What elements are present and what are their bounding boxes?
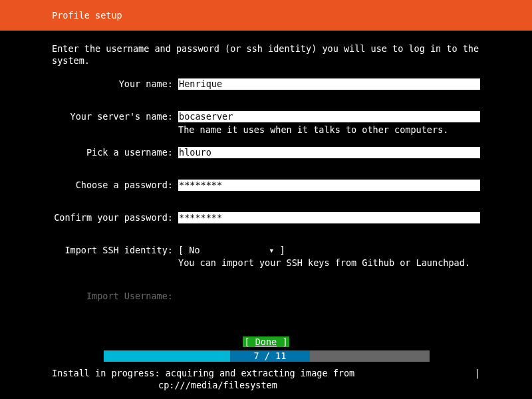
status-line2: cp:///media/filesystem [52, 379, 480, 391]
spinner-icon: | [475, 367, 480, 379]
header-bar: Profile setup [0, 0, 532, 31]
dropdown-ssh[interactable]: [ No ▾ ] [178, 245, 285, 255]
status-line1: Install in progress: acquiring and extra… [52, 367, 475, 379]
progress-text: 7 / 11 [230, 350, 310, 362]
label-your-name: Your name: [52, 78, 178, 90]
input-confirm[interactable] [178, 212, 480, 223]
label-server-name: Your server's name: [52, 111, 178, 122]
row-ssh: Import SSH identity: [ No ▾ ] [52, 245, 480, 255]
page-title: Profile setup [52, 10, 122, 21]
row-server-name: Your server's name: [52, 111, 480, 122]
done-label: Done [255, 336, 277, 347]
row-username: Pick a username: [52, 147, 480, 158]
progress-fill-right [310, 350, 430, 362]
done-row: [ Done ] [0, 336, 532, 347]
status-area: Install in progress: acquiring and extra… [52, 367, 480, 391]
progress-bar: 7 / 11 [104, 350, 430, 362]
row-your-name: Your name: [52, 78, 480, 90]
hint-ssh: You can import your SSH keys from Github… [178, 257, 480, 268]
input-password[interactable] [178, 180, 480, 191]
label-confirm: Confirm your password: [52, 212, 178, 223]
chevron-down-icon: ▾ [269, 245, 279, 255]
input-your-name[interactable] [178, 78, 480, 90]
main-content: Enter the username and password (or ssh … [0, 31, 532, 301]
row-import-username: Import Username: [52, 291, 480, 301]
row-password: Choose a password: [52, 180, 480, 191]
input-server-name[interactable] [178, 111, 480, 122]
label-password: Choose a password: [52, 180, 178, 191]
dropdown-ssh-value: No [189, 245, 269, 255]
label-ssh: Import SSH identity: [52, 245, 178, 255]
hint-server-name: The name it uses when it talks to other … [178, 124, 480, 135]
done-button[interactable]: [ Done ] [243, 336, 289, 347]
label-import-username: Import Username: [52, 291, 178, 301]
intro-text: Enter the username and password (or ssh … [52, 43, 480, 66]
input-username[interactable] [178, 147, 480, 158]
progress-fill-left [104, 350, 230, 362]
row-confirm: Confirm your password: [52, 212, 480, 223]
label-username: Pick a username: [52, 147, 178, 158]
